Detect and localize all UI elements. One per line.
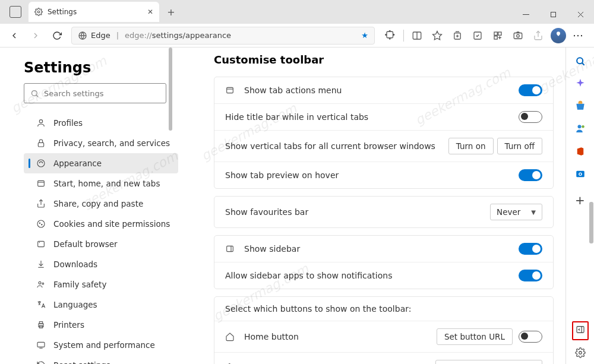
card-tab-settings: Show tab actions menu Hide title bar whi… (214, 77, 554, 189)
svg-point-30 (37, 220, 45, 227)
toggle-hide-titlebar[interactable] (519, 111, 542, 123)
sidebar-item-printers[interactable]: Printers (24, 315, 178, 335)
sidebar-item-downloads[interactable]: Downloads (24, 254, 178, 274)
content-scrollbar[interactable] (589, 48, 593, 364)
screenshot-icon[interactable] (508, 26, 527, 45)
svg-point-34 (39, 242, 40, 243)
system-icon (36, 340, 46, 350)
sidebar-row-icon (225, 244, 237, 254)
set-button-url[interactable]: Set button URL (437, 328, 513, 345)
cookie-icon (36, 219, 46, 229)
svg-rect-27 (38, 181, 45, 186)
sidebar-item-privacy[interactable]: Privacy, search, and services (24, 133, 178, 153)
menu-button[interactable]: ⋯ (569, 26, 588, 45)
row-label: Show tab actions menu (244, 86, 519, 95)
sidebar-item-system[interactable]: System and performance (24, 335, 178, 355)
row-label: Show vertical tabs for all current brows… (225, 141, 448, 151)
gear-icon (34, 8, 43, 16)
sidebar-settings-icon[interactable] (574, 346, 587, 359)
toggle-home-button[interactable] (519, 331, 542, 343)
row-label: Allow sidebar apps to show notifications (225, 271, 519, 280)
chevron-down-icon: ▼ (531, 209, 536, 216)
toggle-sidebar-notifications[interactable] (519, 270, 542, 281)
split-screen-icon[interactable] (407, 26, 426, 45)
svg-rect-25 (38, 143, 43, 147)
svg-point-37 (42, 283, 44, 284)
omnibox[interactable]: Edge | edge://settings/appearance ★ (71, 27, 375, 45)
row-header: Select which buttons to show on the tool… (214, 297, 553, 321)
close-window-button[interactable] (567, 5, 594, 24)
shopping-sidebar-icon[interactable] (574, 100, 587, 113)
svg-point-53 (582, 125, 584, 128)
extensions-icon[interactable] (381, 26, 400, 45)
games-sidebar-icon[interactable] (574, 122, 587, 135)
vertical-tabs-icon[interactable] (10, 6, 21, 18)
maximize-button[interactable] (539, 5, 567, 24)
svg-rect-15 (498, 32, 501, 35)
sidebar-item-appearance[interactable]: Appearance (24, 153, 178, 173)
sidebar-item-default-browser[interactable]: Default browser (24, 234, 178, 254)
sidebar-item-family[interactable]: Family safety (24, 274, 178, 295)
sidebar-item-share[interactable]: Share, copy and paste (24, 194, 178, 214)
sidebar-item-reset[interactable]: Reset settings (24, 355, 178, 364)
card-toolbar-buttons: Select which buttons to show on the tool… (214, 296, 554, 364)
close-tab-icon[interactable]: ✕ (147, 8, 153, 16)
sidebar-item-cookies[interactable]: Cookies and site permissions (24, 214, 178, 234)
outlook-sidebar-icon[interactable]: O (574, 167, 587, 181)
collections-icon[interactable] (448, 26, 467, 45)
settings-search[interactable] (24, 83, 166, 103)
toggle-tab-preview[interactable] (519, 169, 542, 181)
row-label: Home button (244, 332, 437, 341)
settings-sidebar: Settings Profiles Privacy, search, and s… (0, 48, 178, 364)
toggle-show-sidebar[interactable] (519, 243, 542, 255)
svg-point-26 (37, 160, 45, 167)
profile-icon (36, 118, 46, 128)
tab-actions-icon (225, 86, 237, 95)
extensions-select[interactable]: Show automatically▼ (435, 360, 542, 364)
lock-icon (36, 138, 46, 148)
favourites-bar-select[interactable]: Never▼ (490, 204, 542, 220)
svg-rect-16 (494, 36, 497, 39)
svg-rect-39 (39, 322, 42, 324)
turn-off-button[interactable]: Turn off (497, 138, 542, 154)
appearance-icon (36, 159, 46, 168)
svg-rect-48 (227, 246, 233, 251)
svg-point-0 (37, 11, 40, 13)
refresh-button[interactable] (46, 25, 68, 46)
profile-avatar[interactable] (549, 26, 568, 45)
search-sidebar-icon[interactable] (574, 55, 587, 68)
back-button[interactable] (4, 25, 25, 46)
svg-point-50 (577, 58, 583, 64)
forward-button (25, 25, 46, 46)
hide-sidebar-button[interactable] (572, 321, 589, 340)
svg-point-24 (39, 120, 42, 123)
browser-icon (36, 239, 46, 249)
browser-tab[interactable]: Settings ✕ (29, 2, 159, 22)
address-label: Edge (91, 31, 110, 40)
tabs-icon (36, 179, 46, 188)
svg-point-52 (577, 125, 581, 128)
minimize-button[interactable] (512, 5, 539, 24)
favourite-star-icon[interactable]: ★ (361, 31, 368, 40)
office-sidebar-icon[interactable] (574, 145, 587, 158)
settings-search-input[interactable] (44, 89, 160, 98)
discover-sidebar-icon[interactable] (574, 77, 587, 90)
sidebar-item-languages[interactable]: Languages (24, 295, 178, 315)
favourites-icon[interactable] (428, 26, 447, 45)
apps-icon[interactable] (488, 26, 507, 45)
browser-essentials-icon[interactable] (468, 26, 487, 45)
row-label: Show tab preview on hover (225, 170, 519, 180)
turn-on-button[interactable]: Turn on (448, 138, 494, 154)
address-bar: Edge | edge://settings/appearance ★ ⋯ (0, 24, 594, 48)
add-sidebar-icon[interactable]: + (574, 194, 587, 207)
share-icon[interactable] (529, 26, 548, 45)
toggle-tab-actions[interactable] (519, 84, 542, 96)
row-label: Show favourites bar (225, 207, 490, 217)
search-icon (30, 89, 39, 98)
settings-heading: Settings (24, 59, 178, 76)
tab-title: Settings (48, 8, 143, 16)
sidebar-item-profiles[interactable]: Profiles (24, 113, 178, 133)
card-favourites-bar: Show favourites bar Never▼ (214, 196, 554, 228)
new-tab-button[interactable]: + (163, 4, 179, 20)
sidebar-item-start[interactable]: Start, home, and new tabs (24, 173, 178, 194)
